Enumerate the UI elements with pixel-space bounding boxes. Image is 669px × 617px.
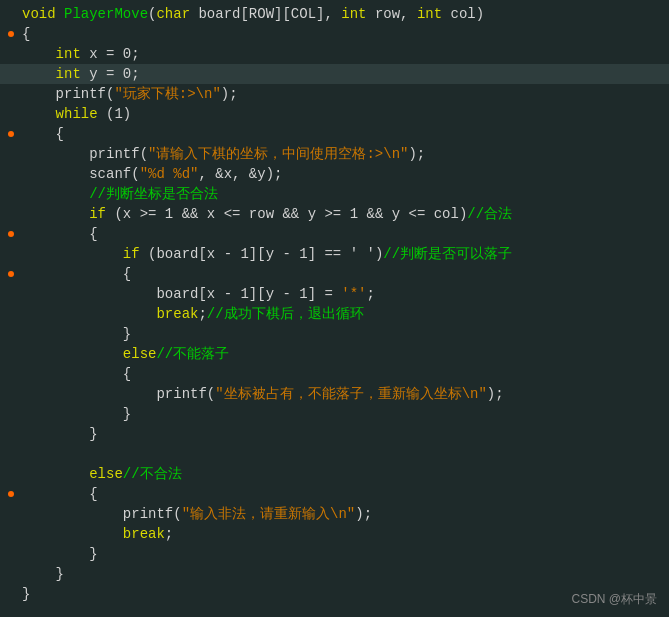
code-segment: int <box>56 46 90 62</box>
code-segment: board[ROW][COL], <box>198 6 341 22</box>
code-line: } <box>0 584 669 604</box>
line-content: printf("输入非法，请重新输入\n"); <box>18 504 669 524</box>
line-content: board[x - 1][y - 1] = '*'; <box>18 284 669 304</box>
line-content: else//不合法 <box>18 464 669 484</box>
code-segment: void <box>22 6 64 22</box>
code-segment <box>22 306 156 322</box>
code-segment: ); <box>487 386 504 402</box>
code-line: int x = 0; <box>0 44 669 64</box>
line-indicator <box>4 491 18 497</box>
code-segment: ; <box>165 526 173 542</box>
code-segment: } <box>22 586 30 602</box>
line-content: scanf("%d %d", &x, &y); <box>18 164 669 184</box>
code-line: break;//成功下棋后，退出循环 <box>0 304 669 324</box>
code-segment: } <box>22 426 98 442</box>
line-content: if (x >= 1 && x <= row && y >= 1 && y <=… <box>18 204 669 224</box>
code-line: { <box>0 224 669 244</box>
code-segment <box>22 66 56 82</box>
code-segment: col) <box>451 6 485 22</box>
code-line: { <box>0 484 669 504</box>
code-segment: board[x - 1][y - 1] = <box>156 286 341 302</box>
breakpoint-dot[interactable] <box>8 231 14 237</box>
line-content: } <box>18 544 669 564</box>
code-segment: int <box>417 6 451 22</box>
code-segment: ); <box>221 86 238 102</box>
line-content: { <box>18 264 669 284</box>
code-line: printf("坐标被占有，不能落子，重新输入坐标\n"); <box>0 384 669 404</box>
code-segment: //不合法 <box>123 466 182 482</box>
watermark: CSDN @杯中景 <box>571 589 657 609</box>
line-content: printf("坐标被占有，不能落子，重新输入坐标\n"); <box>18 384 669 404</box>
code-segment: , &x, &y); <box>198 166 282 182</box>
line-content: while (1) <box>18 104 669 124</box>
code-segment: } <box>22 406 131 422</box>
line-content: printf("玩家下棋:>\n"); <box>18 84 669 104</box>
line-indicator <box>4 231 18 237</box>
code-segment <box>22 106 56 122</box>
code-segment: { <box>22 26 30 42</box>
code-line: { <box>0 24 669 44</box>
code-segment <box>22 86 56 102</box>
code-line: } <box>0 544 669 564</box>
code-line <box>0 444 669 464</box>
code-segment: "请输入下棋的坐标，中间使用空格:>\n" <box>148 146 408 162</box>
line-content: printf("请输入下棋的坐标，中间使用空格:>\n"); <box>18 144 669 164</box>
code-line: else//不合法 <box>0 464 669 484</box>
code-segment: int <box>56 66 90 82</box>
line-content: } <box>18 404 669 424</box>
code-segment: char <box>156 6 198 22</box>
line-content: { <box>18 364 669 384</box>
code-segment <box>22 506 123 522</box>
breakpoint-dot[interactable] <box>8 31 14 37</box>
line-content: } <box>18 424 669 444</box>
breakpoint-dot[interactable] <box>8 131 14 137</box>
code-segment: row, <box>375 6 417 22</box>
code-line: if (x >= 1 && x <= row && y >= 1 && y <=… <box>0 204 669 224</box>
code-line: printf("请输入下棋的坐标，中间使用空格:>\n"); <box>0 144 669 164</box>
code-segment: "玩家下棋:>\n" <box>114 86 220 102</box>
breakpoint-dot[interactable] <box>8 491 14 497</box>
code-line: printf("输入非法，请重新输入\n"); <box>0 504 669 524</box>
code-line: if (board[x - 1][y - 1] == ' ')//判断是否可以落… <box>0 244 669 264</box>
code-segment <box>22 46 56 62</box>
code-segment: //判断是否可以落子 <box>383 246 512 262</box>
code-line: { <box>0 124 669 144</box>
code-segment: if <box>123 246 140 262</box>
code-segment: while <box>56 106 98 122</box>
code-lines: void PlayerMove(char board[ROW][COL], in… <box>0 4 669 604</box>
code-segment <box>22 466 89 482</box>
code-segment <box>22 206 89 222</box>
code-segment: y = 0; <box>89 66 139 82</box>
line-content: if (board[x - 1][y - 1] == ' ')//判断是否可以落… <box>18 244 669 264</box>
code-segment: x = 0; <box>89 46 139 62</box>
code-segment <box>22 346 123 362</box>
code-segment: //合法 <box>467 206 512 222</box>
line-content: } <box>18 564 669 584</box>
code-line: } <box>0 404 669 424</box>
code-segment: (x >= 1 && x <= row && y >= 1 && y <= co… <box>106 206 467 222</box>
line-indicator <box>4 131 18 137</box>
code-segment: ; <box>198 306 206 322</box>
line-content: { <box>18 24 669 44</box>
code-line: board[x - 1][y - 1] = '*'; <box>0 284 669 304</box>
code-segment: "%d %d" <box>140 166 199 182</box>
code-segment: } <box>22 546 98 562</box>
code-segment: ); <box>355 506 372 522</box>
code-segment <box>22 246 123 262</box>
code-segment: break <box>156 306 198 322</box>
code-segment: "输入非法，请重新输入\n" <box>182 506 356 522</box>
code-segment: else <box>123 346 157 362</box>
line-indicator <box>4 271 18 277</box>
code-segment: { <box>22 486 98 502</box>
code-line: scanf("%d %d", &x, &y); <box>0 164 669 184</box>
line-content: break; <box>18 524 669 544</box>
breakpoint-dot[interactable] <box>8 271 14 277</box>
code-segment: (1) <box>98 106 132 122</box>
code-segment: } <box>22 326 131 342</box>
line-content: int x = 0; <box>18 44 669 64</box>
code-line: { <box>0 264 669 284</box>
code-line: { <box>0 364 669 384</box>
line-indicator <box>4 31 18 37</box>
code-segment: if <box>89 206 106 222</box>
code-segment: scanf( <box>89 166 139 182</box>
